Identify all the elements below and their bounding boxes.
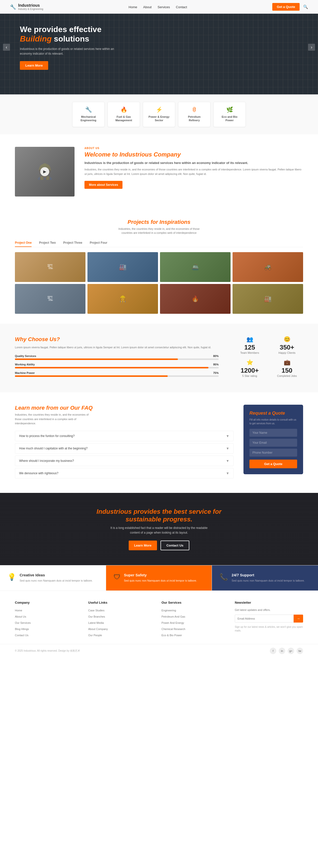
- skill-fill-quality: [15, 359, 178, 360]
- footer-newsletter-title: Newsletter: [235, 601, 303, 604]
- faq-item-3[interactable]: Where should I incorporate my business? …: [15, 456, 233, 466]
- footer-links: Company Home About Us Our Services Blog …: [0, 590, 318, 644]
- service-card-fuel[interactable]: 🔥 Fuel & Gas Management: [107, 102, 140, 127]
- service-card-power[interactable]: ⚡ Power & Energy Sector: [143, 102, 175, 127]
- service-card-mechanical[interactable]: 🔧 Mechanical Engineering: [72, 102, 104, 127]
- faq-item-1[interactable]: How to process the funtion for consultin…: [15, 431, 233, 441]
- project-thumb-1[interactable]: 🏗: [15, 252, 86, 282]
- project-thumb-8[interactable]: 🏭: [232, 284, 303, 314]
- search-icon[interactable]: 🔍: [303, 4, 308, 9]
- get-quote-submit-button[interactable]: Get a Quote: [249, 460, 297, 468]
- why-title: Why Choose Us?: [15, 336, 219, 343]
- project-tab-2[interactable]: Project Two: [39, 241, 56, 247]
- get-quote-button[interactable]: Get a Quote: [272, 3, 299, 11]
- project-thumb-3[interactable]: 🚢: [160, 252, 230, 282]
- service-card-petrolium[interactable]: 🛢 Petrolium Refinery: [178, 102, 211, 127]
- faq-left: Learn more from our Our FAQ Industries, …: [15, 405, 233, 480]
- clients-label: Happy Clients: [271, 351, 303, 354]
- quote-phone-input[interactable]: [249, 448, 297, 457]
- social-twitter[interactable]: tw: [297, 648, 303, 654]
- footer-link-blog[interactable]: Blog Htings: [15, 627, 29, 630]
- team-label: Team Members: [233, 351, 266, 354]
- rating-icon: ⭐: [233, 359, 266, 366]
- footer-link-services[interactable]: Our Services: [15, 621, 31, 624]
- play-button[interactable]: ▶: [40, 167, 49, 176]
- footer-link-eco[interactable]: Eco & Bio Power: [161, 634, 182, 637]
- about-image-container: 👷 ▶: [15, 147, 74, 196]
- about-title: Welcome to Industrious Company: [85, 151, 303, 158]
- service-card-eco[interactable]: 🌿 Eco and Bio Power: [214, 102, 246, 127]
- cta-contact-button[interactable]: Contact Us: [160, 540, 190, 550]
- footer-link-case[interactable]: Case Studies: [88, 609, 104, 612]
- why-left: Why Choose Us? Lorem ipsum viverra fauga…: [15, 336, 219, 380]
- feature-creative-title: Creative Ideas: [20, 573, 93, 577]
- hero-content: We provides effective Building solutions…: [0, 25, 134, 70]
- skill-bar-working: Working Ability 95%: [15, 363, 219, 368]
- project-thumb-4[interactable]: 🚜: [232, 252, 303, 282]
- logo[interactable]: 🔧 Industrious Industry & Engineering: [10, 3, 43, 10]
- stat-team: 👥 125 Team Members: [233, 336, 266, 354]
- more-services-button[interactable]: More about Services: [85, 181, 123, 189]
- footer-link-about[interactable]: About Us: [15, 615, 26, 618]
- social-facebook[interactable]: f: [270, 648, 276, 654]
- cta-buttons: Learn More Contact Us: [129, 540, 190, 550]
- footer-link-people[interactable]: Our People: [88, 634, 102, 637]
- about-lead: Industrious is the production of goods o…: [85, 161, 303, 165]
- footer-link-contact[interactable]: Contact Us: [15, 634, 28, 637]
- faq-item-2[interactable]: How much should I capitalize with at the…: [15, 443, 233, 454]
- project-tab-4[interactable]: Project Four: [90, 241, 107, 247]
- stat-rating: ⭐ 1200+ 5 Star rating: [233, 359, 266, 377]
- newsletter-email-input[interactable]: [235, 615, 294, 623]
- project-tab-3[interactable]: Project Three: [63, 241, 82, 247]
- footer-link-branches[interactable]: Our Branches: [88, 615, 105, 618]
- jobs-label: Completed Jobs: [271, 374, 303, 377]
- faq-item-4[interactable]: We denounce with righteous? ▼: [15, 468, 233, 478]
- clients-number: 350+: [271, 344, 303, 351]
- skill-value-machine: 75%: [213, 371, 219, 374]
- footer-link-petroleum[interactable]: Petroleum And Gas: [161, 615, 185, 618]
- faq-expand-icon-1: ▼: [226, 434, 229, 438]
- footer-link-home[interactable]: Home: [15, 609, 22, 612]
- footer-link-company[interactable]: About Company: [88, 627, 108, 630]
- navbar: 🔧 Industrious Industry & Engineering Hom…: [0, 0, 318, 14]
- footer-link-engineering[interactable]: Engineering: [161, 609, 176, 612]
- feature-support: 📞 24/7 Support Sed quis nunc non Namquam…: [212, 565, 318, 590]
- quote-name-input[interactable]: [249, 429, 297, 437]
- projects-section: Projects for Inspirations Industries, th…: [0, 209, 318, 324]
- nav-home[interactable]: Home: [129, 5, 137, 9]
- project-tab-1[interactable]: Project One: [15, 241, 32, 247]
- hero-learn-more-button[interactable]: Learn More: [20, 61, 48, 70]
- feature-support-desc: Sed quis nunc non Namquam duis ut incid …: [231, 579, 305, 583]
- features-row: 💡 Creative Ideas Sed quis nunc non Namqu…: [0, 565, 318, 590]
- footer-col-newsletter: Newsletter Get latest updates and offers…: [235, 601, 303, 639]
- hero-title-orange: Building: [20, 34, 52, 43]
- project-thumb-2[interactable]: 🏭: [88, 252, 158, 282]
- social-google[interactable]: g+: [288, 648, 294, 654]
- newsletter-submit-button[interactable]: →: [294, 615, 303, 623]
- project-thumb-7[interactable]: 🔥: [160, 284, 230, 314]
- stat-jobs: 💼 150 Completed Jobs: [271, 359, 303, 377]
- stat-clients: 😊 350+ Happy Clients: [271, 336, 303, 354]
- footer-link-chemical[interactable]: Chemical Research: [161, 627, 185, 630]
- about-section: 👷 ▶ ABOUT US Welcome to Industrious Comp…: [0, 134, 318, 209]
- footer-link-power[interactable]: Power And Energy: [161, 621, 184, 624]
- hero-next-button[interactable]: ›: [308, 44, 315, 51]
- faq-expand-icon-4: ▼: [226, 471, 229, 475]
- logo-tagline: Industry & Engineering: [18, 8, 43, 10]
- social-linkedin[interactable]: in: [279, 648, 285, 654]
- why-stats: 👥 125 Team Members 😊 350+ Happy Clients …: [233, 336, 303, 377]
- nav-contact[interactable]: Contact: [176, 5, 187, 9]
- feature-safety-desc: Sed quis nunc non Namquam duis ut incid …: [124, 579, 197, 583]
- footer-copyright: © 2025 Industrious. All rights reserved.…: [15, 649, 80, 653]
- skill-label-quality: Quality Services: [15, 354, 36, 358]
- nav-services[interactable]: Services: [158, 5, 170, 9]
- feature-safety-text: Super Safety Sed quis nunc non Namquam d…: [124, 573, 197, 583]
- footer-link-media[interactable]: Latest Media: [88, 621, 104, 624]
- cta-learn-more-button[interactable]: Learn More: [129, 540, 157, 550]
- nav-about[interactable]: About: [143, 5, 152, 9]
- hero-title-line2: solutions: [54, 34, 89, 43]
- quote-email-input[interactable]: [249, 439, 297, 447]
- skill-fill-working: [15, 367, 209, 368]
- project-thumb-5[interactable]: 🏗: [15, 284, 86, 314]
- project-thumb-6[interactable]: 👷: [88, 284, 158, 314]
